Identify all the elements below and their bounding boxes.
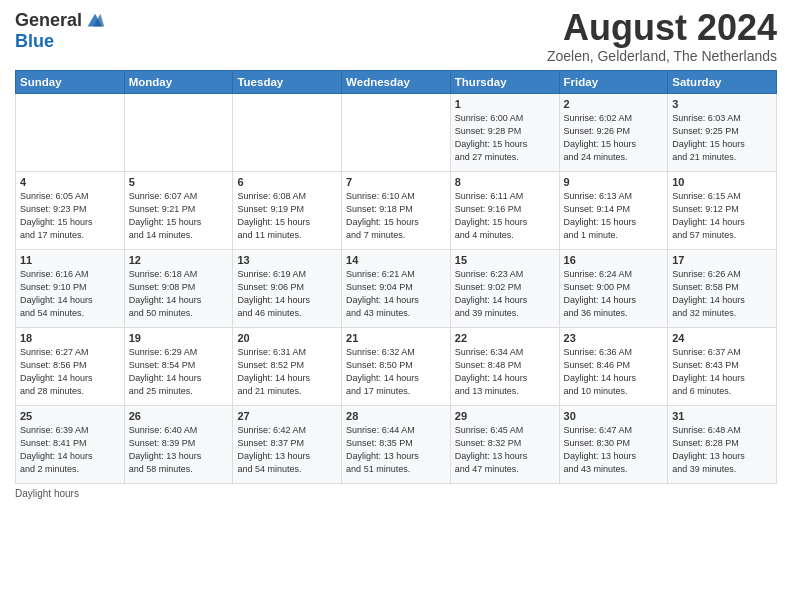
col-friday: Friday xyxy=(559,71,668,94)
col-monday: Monday xyxy=(124,71,233,94)
day-info: Sunrise: 6:15 AM Sunset: 9:12 PM Dayligh… xyxy=(672,190,772,242)
day-info: Sunrise: 6:42 AM Sunset: 8:37 PM Dayligh… xyxy=(237,424,337,476)
day-cell: 30Sunrise: 6:47 AM Sunset: 8:30 PM Dayli… xyxy=(559,406,668,484)
daylight-label: Daylight hours xyxy=(15,488,79,499)
col-thursday: Thursday xyxy=(450,71,559,94)
day-info: Sunrise: 6:18 AM Sunset: 9:08 PM Dayligh… xyxy=(129,268,229,320)
day-cell: 26Sunrise: 6:40 AM Sunset: 8:39 PM Dayli… xyxy=(124,406,233,484)
day-number: 26 xyxy=(129,410,229,422)
day-info: Sunrise: 6:24 AM Sunset: 9:00 PM Dayligh… xyxy=(564,268,664,320)
day-number: 14 xyxy=(346,254,446,266)
day-cell xyxy=(124,94,233,172)
day-cell: 9Sunrise: 6:13 AM Sunset: 9:14 PM Daylig… xyxy=(559,172,668,250)
day-number: 28 xyxy=(346,410,446,422)
day-info: Sunrise: 6:47 AM Sunset: 8:30 PM Dayligh… xyxy=(564,424,664,476)
week-row-5: 25Sunrise: 6:39 AM Sunset: 8:41 PM Dayli… xyxy=(16,406,777,484)
header: General Blue August 2024 Zoelen, Gelderl… xyxy=(15,10,777,64)
day-info: Sunrise: 6:48 AM Sunset: 8:28 PM Dayligh… xyxy=(672,424,772,476)
calendar-body: 1Sunrise: 6:00 AM Sunset: 9:28 PM Daylig… xyxy=(16,94,777,484)
day-info: Sunrise: 6:34 AM Sunset: 8:48 PM Dayligh… xyxy=(455,346,555,398)
day-number: 17 xyxy=(672,254,772,266)
day-cell: 4Sunrise: 6:05 AM Sunset: 9:23 PM Daylig… xyxy=(16,172,125,250)
day-cell: 24Sunrise: 6:37 AM Sunset: 8:43 PM Dayli… xyxy=(668,328,777,406)
day-info: Sunrise: 6:26 AM Sunset: 8:58 PM Dayligh… xyxy=(672,268,772,320)
day-info: Sunrise: 6:16 AM Sunset: 9:10 PM Dayligh… xyxy=(20,268,120,320)
day-info: Sunrise: 6:10 AM Sunset: 9:18 PM Dayligh… xyxy=(346,190,446,242)
day-cell: 12Sunrise: 6:18 AM Sunset: 9:08 PM Dayli… xyxy=(124,250,233,328)
day-cell: 1Sunrise: 6:00 AM Sunset: 9:28 PM Daylig… xyxy=(450,94,559,172)
day-cell: 2Sunrise: 6:02 AM Sunset: 9:26 PM Daylig… xyxy=(559,94,668,172)
day-number: 29 xyxy=(455,410,555,422)
day-cell: 5Sunrise: 6:07 AM Sunset: 9:21 PM Daylig… xyxy=(124,172,233,250)
day-info: Sunrise: 6:03 AM Sunset: 9:25 PM Dayligh… xyxy=(672,112,772,164)
day-cell: 3Sunrise: 6:03 AM Sunset: 9:25 PM Daylig… xyxy=(668,94,777,172)
calendar-header: Sunday Monday Tuesday Wednesday Thursday… xyxy=(16,71,777,94)
day-number: 23 xyxy=(564,332,664,344)
day-info: Sunrise: 6:19 AM Sunset: 9:06 PM Dayligh… xyxy=(237,268,337,320)
day-number: 21 xyxy=(346,332,446,344)
day-cell: 7Sunrise: 6:10 AM Sunset: 9:18 PM Daylig… xyxy=(342,172,451,250)
day-info: Sunrise: 6:21 AM Sunset: 9:04 PM Dayligh… xyxy=(346,268,446,320)
day-number: 18 xyxy=(20,332,120,344)
day-number: 22 xyxy=(455,332,555,344)
day-info: Sunrise: 6:45 AM Sunset: 8:32 PM Dayligh… xyxy=(455,424,555,476)
logo-general: General xyxy=(15,11,82,31)
day-info: Sunrise: 6:13 AM Sunset: 9:14 PM Dayligh… xyxy=(564,190,664,242)
logo-icon xyxy=(84,10,106,32)
day-info: Sunrise: 6:07 AM Sunset: 9:21 PM Dayligh… xyxy=(129,190,229,242)
day-info: Sunrise: 6:00 AM Sunset: 9:28 PM Dayligh… xyxy=(455,112,555,164)
day-number: 10 xyxy=(672,176,772,188)
day-number: 2 xyxy=(564,98,664,110)
day-info: Sunrise: 6:27 AM Sunset: 8:56 PM Dayligh… xyxy=(20,346,120,398)
day-info: Sunrise: 6:37 AM Sunset: 8:43 PM Dayligh… xyxy=(672,346,772,398)
calendar-table: Sunday Monday Tuesday Wednesday Thursday… xyxy=(15,70,777,484)
day-info: Sunrise: 6:11 AM Sunset: 9:16 PM Dayligh… xyxy=(455,190,555,242)
logo-blue: Blue xyxy=(15,32,106,52)
day-number: 3 xyxy=(672,98,772,110)
week-row-1: 1Sunrise: 6:00 AM Sunset: 9:28 PM Daylig… xyxy=(16,94,777,172)
day-number: 19 xyxy=(129,332,229,344)
day-cell: 23Sunrise: 6:36 AM Sunset: 8:46 PM Dayli… xyxy=(559,328,668,406)
day-cell: 21Sunrise: 6:32 AM Sunset: 8:50 PM Dayli… xyxy=(342,328,451,406)
day-number: 31 xyxy=(672,410,772,422)
day-number: 7 xyxy=(346,176,446,188)
day-number: 15 xyxy=(455,254,555,266)
day-cell: 17Sunrise: 6:26 AM Sunset: 8:58 PM Dayli… xyxy=(668,250,777,328)
week-row-4: 18Sunrise: 6:27 AM Sunset: 8:56 PM Dayli… xyxy=(16,328,777,406)
col-wednesday: Wednesday xyxy=(342,71,451,94)
col-tuesday: Tuesday xyxy=(233,71,342,94)
day-number: 1 xyxy=(455,98,555,110)
col-sunday: Sunday xyxy=(16,71,125,94)
day-info: Sunrise: 6:32 AM Sunset: 8:50 PM Dayligh… xyxy=(346,346,446,398)
day-cell: 6Sunrise: 6:08 AM Sunset: 9:19 PM Daylig… xyxy=(233,172,342,250)
day-cell: 10Sunrise: 6:15 AM Sunset: 9:12 PM Dayli… xyxy=(668,172,777,250)
day-number: 12 xyxy=(129,254,229,266)
location-subtitle: Zoelen, Gelderland, The Netherlands xyxy=(547,48,777,64)
day-cell: 28Sunrise: 6:44 AM Sunset: 8:35 PM Dayli… xyxy=(342,406,451,484)
day-info: Sunrise: 6:39 AM Sunset: 8:41 PM Dayligh… xyxy=(20,424,120,476)
day-info: Sunrise: 6:29 AM Sunset: 8:54 PM Dayligh… xyxy=(129,346,229,398)
day-number: 8 xyxy=(455,176,555,188)
day-cell xyxy=(233,94,342,172)
header-row: Sunday Monday Tuesday Wednesday Thursday… xyxy=(16,71,777,94)
day-number: 11 xyxy=(20,254,120,266)
day-number: 4 xyxy=(20,176,120,188)
day-cell: 8Sunrise: 6:11 AM Sunset: 9:16 PM Daylig… xyxy=(450,172,559,250)
day-cell: 20Sunrise: 6:31 AM Sunset: 8:52 PM Dayli… xyxy=(233,328,342,406)
week-row-2: 4Sunrise: 6:05 AM Sunset: 9:23 PM Daylig… xyxy=(16,172,777,250)
day-info: Sunrise: 6:31 AM Sunset: 8:52 PM Dayligh… xyxy=(237,346,337,398)
day-info: Sunrise: 6:05 AM Sunset: 9:23 PM Dayligh… xyxy=(20,190,120,242)
day-cell: 27Sunrise: 6:42 AM Sunset: 8:37 PM Dayli… xyxy=(233,406,342,484)
day-info: Sunrise: 6:08 AM Sunset: 9:19 PM Dayligh… xyxy=(237,190,337,242)
day-cell: 22Sunrise: 6:34 AM Sunset: 8:48 PM Dayli… xyxy=(450,328,559,406)
day-info: Sunrise: 6:44 AM Sunset: 8:35 PM Dayligh… xyxy=(346,424,446,476)
page-container: General Blue August 2024 Zoelen, Gelderl… xyxy=(0,0,792,504)
day-cell: 14Sunrise: 6:21 AM Sunset: 9:04 PM Dayli… xyxy=(342,250,451,328)
day-number: 13 xyxy=(237,254,337,266)
day-cell: 18Sunrise: 6:27 AM Sunset: 8:56 PM Dayli… xyxy=(16,328,125,406)
day-number: 5 xyxy=(129,176,229,188)
month-title: August 2024 xyxy=(547,10,777,46)
day-cell: 15Sunrise: 6:23 AM Sunset: 9:02 PM Dayli… xyxy=(450,250,559,328)
day-number: 25 xyxy=(20,410,120,422)
title-block: August 2024 Zoelen, Gelderland, The Neth… xyxy=(547,10,777,64)
